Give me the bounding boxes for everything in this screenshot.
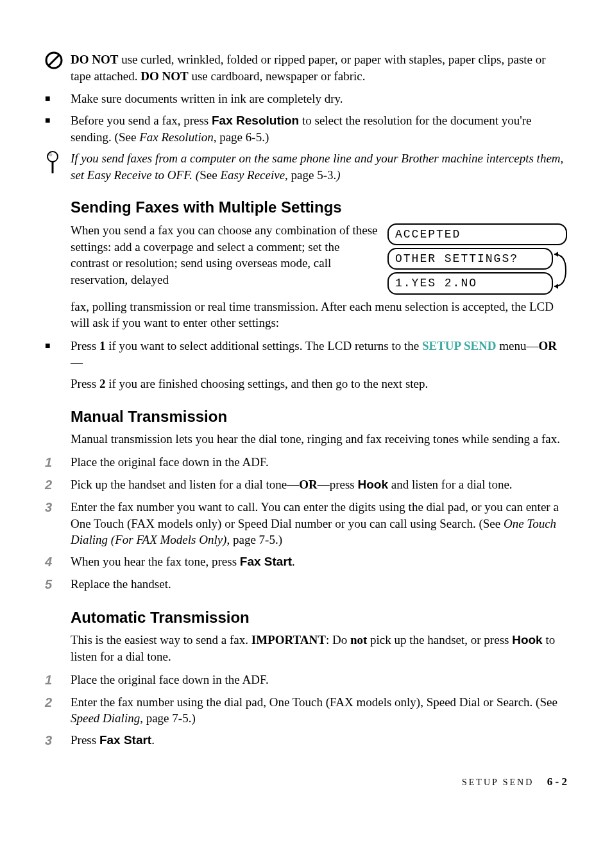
step-item: 2Enter the fax number using the dial pad…: [45, 694, 567, 727]
step-item: 2Pick up the handset and listen for a di…: [45, 476, 567, 494]
setup-send-label: SETUP SEND: [422, 339, 497, 352]
note-block: If you send faxes from a computer on the…: [45, 150, 567, 183]
hook-button-label: Hook: [357, 478, 388, 491]
svg-point-3: [49, 153, 53, 157]
prep-bullets: ■ Make sure documents written in ink are…: [45, 91, 567, 145]
list-item: ■ Press 1 if you want to select addition…: [45, 338, 567, 370]
step-item: 3Press Fax Start.: [45, 732, 567, 749]
warning-text: DO NOT use curled, wrinkled, folded or r…: [71, 51, 567, 84]
svg-point-2: [47, 152, 58, 162]
step-item: 1Place the original face down in the ADF…: [45, 672, 567, 689]
section1-body-cont: fax, polling transmission or real time t…: [71, 299, 567, 331]
step-item: 5Replace the handset.: [45, 576, 567, 593]
note-text: If you send faxes from a computer on the…: [71, 150, 567, 183]
page-footer: SETUP SEND 6 - 2: [45, 775, 567, 790]
heading-automatic-transmission: Automatic Transmission: [71, 607, 567, 628]
step-item: 3Enter the fax number you want to call. …: [45, 499, 567, 548]
step-item: 1Place the original face down in the ADF…: [45, 454, 567, 471]
press-2-line: Press 2 if you are finished choosing set…: [71, 376, 567, 392]
do-not-1: DO NOT: [71, 53, 118, 66]
prohibit-icon: [45, 51, 71, 84]
manual-steps: 1Place the original face down in the ADF…: [45, 454, 567, 593]
heading-multiple-settings: Sending Faxes with Multiple Settings: [71, 197, 567, 218]
square-bullet-icon: ■: [45, 338, 71, 370]
footer-page: 6 - 2: [547, 776, 567, 788]
cycle-arrow-icon: [553, 248, 567, 297]
footer-section: SETUP SEND: [462, 777, 534, 787]
fax-resolution-button-label: Fax Resolution: [212, 114, 299, 127]
square-bullet-icon: ■: [45, 112, 71, 145]
svg-marker-5: [554, 252, 558, 257]
square-bullet-icon: ■: [45, 91, 71, 107]
section2-intro: Manual transmission lets you hear the di…: [71, 431, 567, 447]
magnifier-icon: [45, 150, 71, 183]
section3-intro: This is the easiest way to send a fax. I…: [71, 632, 567, 664]
warning-block: DO NOT use curled, wrinkled, folded or r…: [45, 51, 567, 84]
svg-line-1: [49, 55, 59, 65]
heading-manual-transmission: Manual Transmission: [71, 406, 567, 427]
do-not-2: DO NOT: [140, 69, 188, 83]
svg-marker-6: [554, 284, 558, 289]
fax-start-button-label: Fax Start: [240, 555, 292, 568]
list-item: ■ Before you send a fax, press Fax Resol…: [45, 112, 567, 145]
section1-body: When you send a fax you can choose any c…: [71, 223, 378, 286]
lcd-figure: ACCEPTED OTHER SETTINGS? 1.YES 2.NO: [387, 223, 567, 297]
step-item: 4When you hear the fax tone, press Fax S…: [45, 553, 567, 571]
hook-button-label: Hook: [512, 633, 543, 647]
lcd-line-accepted: ACCEPTED: [387, 223, 567, 245]
lcd-line-yes-no: 1.YES 2.NO: [387, 272, 553, 294]
automatic-steps: 1Place the original face down in the ADF…: [45, 672, 567, 749]
list-item: ■ Make sure documents written in ink are…: [45, 91, 567, 107]
lcd-line-other-settings: OTHER SETTINGS?: [387, 248, 553, 270]
fax-start-button-label: Fax Start: [99, 733, 151, 747]
